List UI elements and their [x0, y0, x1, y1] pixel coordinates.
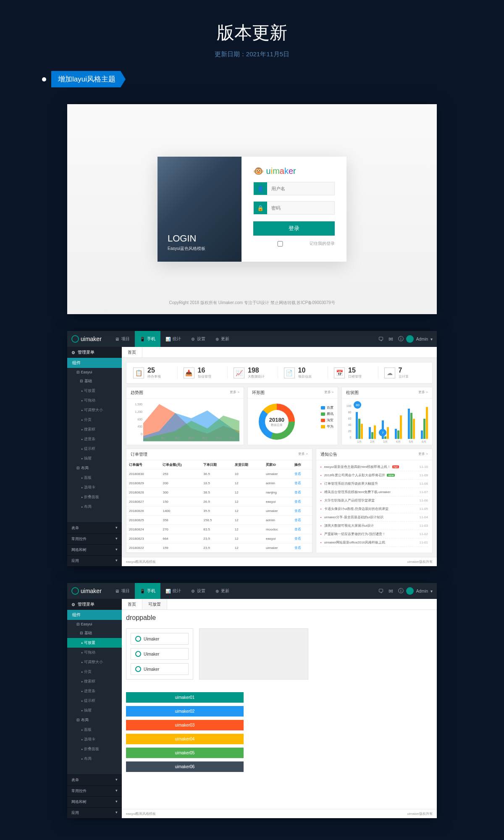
notice-item[interactable]: uimaker网站最新office2016风格样板上线11-01 [320, 538, 428, 547]
stat-card[interactable]: 📥16短信管理 [181, 367, 228, 379]
admin-menu[interactable]: Admin ▾ [406, 587, 433, 595]
sidebar-sub-布局[interactable]: 布局 [67, 754, 122, 764]
sidebar-sub-选项卡[interactable]: 选项卡 [67, 483, 122, 492]
sidebar-bottom-应用[interactable]: 应用▾ [67, 807, 122, 818]
sidebar-sub-分页[interactable]: 分页 [67, 667, 122, 677]
message-icon[interactable]: 🗨 [378, 336, 383, 342]
stat-card[interactable]: 📄10项目信息 [281, 367, 328, 379]
color-button[interactable]: uimaker06 [126, 761, 244, 772]
drag-item[interactable]: Uimaker [131, 633, 189, 645]
sidebar-sub-折叠面板[interactable]: 折叠面板 [67, 492, 122, 502]
sidebar-sub-进度条[interactable]: 进度条 [67, 434, 122, 444]
nav-item-手机[interactable]: 📱手机 [135, 583, 160, 599]
sidebar-item-easyui[interactable]: ⊟ Easyui [67, 620, 122, 628]
view-link[interactable]: 查看 [294, 472, 301, 476]
username-input[interactable] [267, 186, 334, 191]
stat-card[interactable]: 📈198大数据统计 [231, 367, 278, 379]
sidebar-bottom-常用控件[interactable]: 常用控件▾ [67, 785, 122, 796]
drag-item[interactable]: Uimaker [131, 648, 189, 660]
view-link[interactable]: 查看 [294, 491, 301, 494]
drag-item[interactable]: Uimaker [131, 663, 189, 675]
sidebar-sub-可调整大小[interactable]: 可调整大小 [67, 657, 122, 667]
remember-checkbox[interactable] [253, 241, 307, 247]
sidebar-item-easyui[interactable]: ⊟ Easyui [67, 368, 122, 376]
sidebar-sub-选项卡[interactable]: 选项卡 [67, 735, 122, 744]
nav-item-手机[interactable]: 📱手机 [135, 331, 160, 347]
sidebar-sub-可拖动[interactable]: 可拖动 [67, 648, 122, 657]
mail-icon[interactable]: ✉ [388, 336, 393, 342]
sidebar-bottom-表单[interactable]: 表单▾ [67, 774, 122, 785]
sidebar-sub-抽屉[interactable]: 抽屉 [67, 454, 122, 463]
tab-home[interactable]: 首页 [122, 599, 142, 609]
nav-item-统计[interactable]: 📊统计 [160, 583, 186, 599]
area-more-link[interactable]: 更多 > [230, 390, 239, 396]
nav-item-统计[interactable]: 📊统计 [160, 331, 186, 347]
view-link[interactable]: 查看 [294, 481, 301, 485]
remember-me[interactable]: 记住我的登录 [253, 241, 335, 247]
sidebar-item-layout[interactable]: ⊟ 布局 [67, 715, 122, 725]
help-icon[interactable]: ⓘ [398, 335, 404, 343]
help-icon[interactable]: ⓘ [398, 587, 404, 595]
nav-item-更新[interactable]: ⊕更新 [210, 331, 234, 347]
sidebar-bottom-网格和树[interactable]: 网格和树▾ [67, 796, 122, 807]
tab-droppable[interactable]: 可放置 [142, 599, 167, 609]
view-link[interactable]: 查看 [294, 500, 301, 504]
notice-item[interactable]: 卡通头像设计ui教程-您身边最好的在线课堂11-05 [320, 505, 428, 513]
admin-menu[interactable]: Admin ▾ [406, 335, 433, 343]
bar-more-link[interactable]: 更多 > [418, 390, 428, 396]
notice-item[interactable]: 大学生职场新人产品经理学堂课堂11-06 [320, 496, 428, 505]
password-input[interactable] [267, 205, 334, 210]
nav-item-更新[interactable]: ⊕更新 [210, 583, 234, 599]
sidebar-bottom-常用控件[interactable]: 常用控件▾ [67, 533, 122, 544]
tab-home[interactable]: 首页 [122, 347, 142, 357]
topbar-logo[interactable]: uimaker [71, 587, 102, 595]
sidebar-sub-提示框[interactable]: 提示框 [67, 444, 122, 454]
sidebar-sub-进度条[interactable]: 进度条 [67, 686, 122, 696]
topbar-logo[interactable]: uimaker [71, 335, 102, 343]
color-button[interactable]: uimaker03 [126, 720, 244, 730]
nav-item-设置[interactable]: ⚙设置 [186, 331, 210, 347]
sidebar-cat-components[interactable]: 组件 [67, 610, 122, 620]
view-link[interactable]: 查看 [294, 537, 301, 541]
sidebar-bottom-表单[interactable]: 表单▾ [67, 522, 122, 533]
username-field[interactable]: 👤 [253, 182, 335, 195]
sidebar-sub-布局[interactable]: 布局 [67, 502, 122, 512]
stat-card[interactable]: ☁7云计算 [382, 367, 428, 379]
password-field[interactable]: 🔒 [253, 201, 335, 215]
notices-more-link[interactable]: 更多 > [418, 452, 428, 457]
sidebar-item-basic[interactable]: ⊟ 基础 [67, 628, 122, 638]
login-button[interactable]: 登录 [253, 221, 335, 236]
sidebar-sub-可放置[interactable]: 可放置 [67, 638, 122, 648]
sidebar-sub-面板[interactable]: 面板 [67, 725, 122, 735]
sidebar-cat-components[interactable]: 组件 [67, 358, 122, 368]
sidebar-sub-可放置[interactable]: 可放置 [67, 386, 122, 396]
color-button[interactable]: uimaker04 [126, 734, 244, 744]
notice-item[interactable]: 订单管理系统功能升级效果大幅提升11-08 [320, 480, 428, 488]
notice-item[interactable]: 严重影响一切应该要做的行为-强烈谴责！11-02 [320, 530, 428, 538]
notice-item[interactable]: 精美后台管理系统模板html免费下载-uimaker11-07 [320, 488, 428, 496]
notice-item[interactable]: uimaker分享-最全面最基础的ui设计知识11-04 [320, 513, 428, 522]
color-button[interactable]: uimaker02 [126, 706, 244, 717]
sidebar-sub-分页[interactable]: 分页 [67, 415, 122, 425]
sidebar-item-layout[interactable]: ⊟ 布局 [67, 463, 122, 473]
sidebar-sub-折叠面板[interactable]: 折叠面板 [67, 744, 122, 754]
color-button[interactable]: uimaker05 [126, 748, 244, 758]
sidebar-sub-抽屉[interactable]: 抽屉 [67, 706, 122, 715]
view-link[interactable]: 查看 [294, 528, 301, 531]
sidebar-sub-面板[interactable]: 面板 [67, 473, 122, 483]
view-link[interactable]: 查看 [294, 509, 301, 513]
color-button[interactable]: uimaker01 [126, 692, 244, 703]
sidebar-bottom-网格和树[interactable]: 网格和树▾ [67, 544, 122, 555]
sidebar-sub-搜索框[interactable]: 搜索框 [67, 425, 122, 434]
sidebar-item-basic[interactable]: ⊟ 基础 [67, 376, 122, 386]
sidebar-sub-可拖动[interactable]: 可拖动 [67, 396, 122, 405]
mail-icon[interactable]: ✉ [388, 588, 393, 594]
view-link[interactable]: 查看 [294, 518, 301, 522]
message-icon[interactable]: 🗨 [378, 588, 383, 594]
nav-item-项目[interactable]: 🖥项目 [110, 331, 135, 347]
notice-item[interactable]: easyui最新蓝色主题四款html模板即将上线！hot11-10 [320, 463, 428, 471]
ring-more-link[interactable]: 更多 > [324, 390, 334, 396]
orders-more-link[interactable]: 更多 > [298, 452, 308, 457]
sidebar-sub-搜索框[interactable]: 搜索框 [67, 677, 122, 686]
notice-item[interactable]: 2018年度公司周会个人表彰大会即将召开new11-09 [320, 471, 428, 480]
